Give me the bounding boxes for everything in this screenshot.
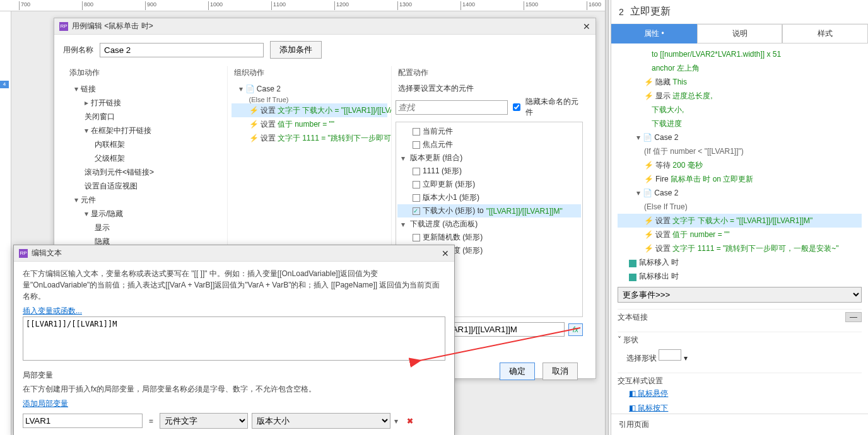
ruler-guide-marker[interactable]: 4 xyxy=(0,81,9,88)
widget-1111[interactable]: 1111 (矩形) xyxy=(397,165,581,178)
case-name-label: 用例名称 xyxy=(63,45,93,55)
bolt-icon: ⚡ xyxy=(644,175,654,183)
axure-rp-icon: RP xyxy=(59,22,68,31)
vertical-splitter[interactable] xyxy=(605,0,609,435)
event-icon xyxy=(629,273,636,281)
widget-group-version[interactable]: ▾版本更新 (组合) xyxy=(397,151,581,165)
hover-style-link[interactable]: ◧ 鼠标悬停 xyxy=(618,386,862,401)
action-set-number[interactable]: ⚡设置 值于 number = "" xyxy=(618,228,862,241)
widget-current[interactable]: 当前元件 xyxy=(397,125,581,138)
dialog-titlebar[interactable]: RP 用例编辑 <鼠标单击 时> ✕ xyxy=(54,18,595,35)
action-show-widgets[interactable]: ⚡显示 进度总长度, xyxy=(618,89,862,103)
tree-show[interactable]: 显示 xyxy=(67,221,223,235)
case2b-node[interactable]: ▾📄 Case 2 xyxy=(618,186,862,200)
chevron-down-icon[interactable]: ▾ xyxy=(684,354,688,362)
edit-text-dialog: RP 编辑文本 ✕ 在下方编辑区输入文本，变量名称或表达式要写在 "[[ ]]"… xyxy=(13,245,455,435)
case-name-input[interactable] xyxy=(100,43,264,57)
widget-download-size-selected[interactable]: 下载大小 (矩形) to "[[LVAR1]]/[[LVAR1]]M" xyxy=(397,204,581,218)
hide-unnamed-checkbox[interactable] xyxy=(513,103,520,111)
case-condition: (Else If True) xyxy=(232,96,388,103)
cancel-button[interactable]: 取消 xyxy=(542,362,578,380)
var-name-input[interactable] xyxy=(23,414,143,428)
tree-set-adaptive[interactable]: 设置自适应视图 xyxy=(67,179,223,193)
delete-var-icon[interactable]: ✖ xyxy=(407,417,413,426)
close-icon[interactable]: ✕ xyxy=(583,21,590,32)
tab-properties[interactable]: 属性 • xyxy=(611,24,697,44)
properties-panel: 2 立即更新 属性 • 说明 样式 to [[number/LVAR2*LVAR… xyxy=(611,0,868,435)
widget-version-size1[interactable]: 版本大小1 (矩形) xyxy=(397,191,581,204)
widget-update-random[interactable]: 更新随机数 (矩形) xyxy=(397,231,581,244)
properties-content: to [[number/LVAR2*LVAR1.width]] x 51 anc… xyxy=(611,44,868,414)
add-condition-button[interactable]: 添加条件 xyxy=(270,41,322,59)
shape-selector[interactable] xyxy=(659,349,681,361)
var-widget-select[interactable]: 版本大小 xyxy=(252,413,390,429)
widget-focus[interactable]: 焦点元件 xyxy=(397,138,581,151)
case2b-condition: (Else If True) xyxy=(618,200,862,214)
action-set-text-dl-sel[interactable]: ⚡设置 文字于 下载大小 = "[[LVAR1]]/[[LVAR1]]M" xyxy=(618,214,862,228)
action-set-text-1111[interactable]: ⚡设置 文字于 1111 = "跳转到下一步即可，一般是安装~" xyxy=(232,131,388,145)
show-download-progress: 下载进度 xyxy=(618,117,862,130)
bolt-icon: ⚡ xyxy=(644,78,654,86)
partial-action-text: to [[number/LVAR2*LVAR1.width]] x 51 xyxy=(618,47,862,61)
tree-show-hide[interactable]: ▾显示/隐藏 xyxy=(67,207,223,221)
value-input[interactable] xyxy=(436,322,565,337)
event-mouse-enter[interactable]: 鼠标移入 时 xyxy=(618,255,862,269)
tab-style[interactable]: 样式 xyxy=(782,24,868,44)
chevron-down-icon[interactable]: ▾ xyxy=(394,417,401,426)
fx-button[interactable]: fx xyxy=(568,323,583,336)
action-fire-event[interactable]: ⚡Fire 鼠标单击 时 on 立即更新 xyxy=(618,172,862,186)
panel-tabs: 属性 • 说明 样式 xyxy=(611,24,868,44)
case-node[interactable]: ▾📄 Case 2 xyxy=(232,82,388,96)
more-events-select[interactable]: 更多事件>>> xyxy=(618,287,862,303)
action-set-value-number[interactable]: ⚡设置 值于 number = "" xyxy=(232,117,388,131)
bolt-icon: ⚡ xyxy=(249,120,259,129)
local-var-head: 局部变量 xyxy=(23,370,445,381)
var-type-select[interactable]: 元件文字 xyxy=(160,413,248,429)
insert-variable-link[interactable]: 插入变量或函数... xyxy=(23,306,82,315)
bolt-icon: ⚡ xyxy=(644,161,654,170)
edit-dialog-title: 编辑文本 xyxy=(32,248,62,258)
organize-head: 组织动作 xyxy=(232,66,388,82)
shape-section[interactable]: ˅ 形状 xyxy=(618,335,862,345)
hide-unnamed-label: 隐藏未命名的元件 xyxy=(525,96,583,118)
select-widget-label: 选择要设置文本的元件 xyxy=(396,82,583,96)
close-icon[interactable]: ✕ xyxy=(442,248,449,258)
edit-dialog-titlebar[interactable]: RP 编辑文本 ✕ xyxy=(14,245,454,262)
event-icon xyxy=(629,259,636,267)
widget-group-progress[interactable]: ▾下载进度 (动态面板) xyxy=(397,218,581,231)
expression-textarea[interactable]: [[LVAR1]]/[[LVAR1]]M xyxy=(23,316,445,361)
tree-link-group[interactable]: ▾链接 xyxy=(67,82,223,96)
selection-index: 2 xyxy=(619,7,624,17)
tree-open-link[interactable]: ▸打开链接 xyxy=(67,96,223,110)
action-set-1111[interactable]: ⚡设置 文字于 1111 = "跳转到下一步即可，一般是安装~" xyxy=(618,241,862,255)
tree-widgets-group[interactable]: ▾元件 xyxy=(67,193,223,207)
bolt-icon: ⚡ xyxy=(644,216,654,225)
add-local-var-link[interactable]: 添加局部变量 xyxy=(23,399,68,408)
bolt-icon: ⚡ xyxy=(644,230,654,239)
bolt-icon: ⚡ xyxy=(644,244,654,253)
tree-inline-frame[interactable]: 内联框架 xyxy=(67,137,223,151)
tree-close-window[interactable]: 关闭窗口 xyxy=(67,110,223,124)
ref-page-label: 引用页面 xyxy=(619,420,649,429)
widget-search-input[interactable] xyxy=(396,100,508,115)
anchor-text: anchor 左上角 xyxy=(618,61,862,75)
ok-button[interactable]: 确定 xyxy=(500,362,535,380)
dialog-title: 用例编辑 <鼠标单击 时> xyxy=(72,21,153,32)
press-style-link[interactable]: ◧ 鼠标按下 xyxy=(618,401,862,414)
case2-node[interactable]: ▾📄 Case 2 xyxy=(618,130,862,144)
widget-update-now[interactable]: 立即更新 (矩形) xyxy=(397,178,581,191)
toggle-icon[interactable]: — xyxy=(845,312,862,322)
edit-help-text: 在下方编辑区输入文本，变量名称或表达式要写在 "[[ ]]" 中。例如：插入变量… xyxy=(23,268,445,302)
axure-rp-icon: RP xyxy=(19,249,28,258)
action-set-text-download[interactable]: ⚡设置 文字于 下载大小 = "[[LVAR1]]/[[LVAR1]]M" xyxy=(232,103,388,117)
action-hide-this[interactable]: ⚡隐藏 This xyxy=(618,75,862,89)
tree-scroll-anchor[interactable]: 滚动到元件<锚链接> xyxy=(67,165,223,179)
action-wait[interactable]: ⚡等待 200 毫秒 xyxy=(618,158,862,172)
reference-page-section: 引用页面 xyxy=(611,414,868,435)
tree-open-in-frame[interactable]: ▾在框架中打开链接 xyxy=(67,124,223,137)
local-var-help: 在下方创建用于插入fx的局部变量，局部变量名称必须是字母、数字，不允许包含空格。 xyxy=(23,383,445,395)
tree-parent-frame[interactable]: 父级框架 xyxy=(67,151,223,165)
tab-notes[interactable]: 说明 xyxy=(697,24,783,44)
event-mouse-leave[interactable]: 鼠标移出 时 xyxy=(618,269,862,283)
equals-label: = xyxy=(146,417,156,426)
